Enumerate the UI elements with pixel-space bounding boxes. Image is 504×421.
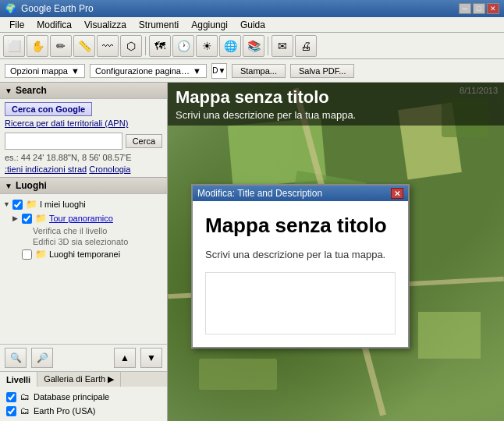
tree-item-label: Earth Pro (USA) (34, 406, 95, 416)
tree-item-label: Verifica che il livello (33, 226, 107, 235)
toolbar: ⬜ ✋ ✏ 📏 〰 ⬡ 🗺 🕐 ☀ 🌐 📚 ✉ 🖨 (0, 33, 504, 59)
tree-item-label: Tour panoramico (49, 214, 113, 223)
bottom-controls: 🔍 🔎 ▲ ▼ (0, 344, 167, 371)
luoghi-label: Luoghi (16, 180, 47, 191)
db-checkbox[interactable] (6, 392, 16, 402)
move-up-btn[interactable]: ▲ (114, 348, 136, 368)
tab-livelli[interactable]: Livelli (0, 372, 37, 387)
toolbar-sep2 (268, 37, 268, 55)
dialog-content: Mappa senza titolo Scrivi una descrizion… (193, 201, 408, 347)
search-input[interactable] (5, 133, 122, 150)
tour-icon: 📁 (34, 212, 47, 225)
list-item[interactable]: 📁 Luoghi temporanei (2, 247, 165, 261)
sun-btn[interactable]: ☀ (196, 35, 218, 57)
zoom-out-btn[interactable]: 🔎 (31, 348, 53, 368)
dialog-empty-area (205, 272, 396, 334)
google-search-btn[interactable]: Cerca con Google (5, 102, 92, 116)
tabs-bar: Livelli Galleria di Earth ▶ (0, 371, 167, 387)
menu-aggiungi[interactable]: Aggiungi (185, 18, 234, 32)
dialog-map-title: Mappa senza titolo (205, 214, 396, 238)
terrain-patch2 (199, 359, 277, 390)
maximize-btn[interactable]: □ (473, 3, 485, 14)
left-panel: ▼ Search Cerca con Google Ricerca per da… (0, 83, 168, 421)
tree-item-label: Edifici 3D sia selezionato (33, 237, 128, 246)
history-btn[interactable]: 🕐 (172, 35, 194, 57)
action-bar: Opzioni mappa ▼ Configurazione pagina… ▼… (0, 59, 504, 83)
edit-dialog: Modifica: Title and Description ✕ Mappa … (191, 184, 410, 348)
overlay-btn[interactable]: 🗺 (149, 35, 171, 57)
path-btn[interactable]: 〰 (97, 35, 119, 57)
main-layout: ▼ Search Cerca con Google Ricerca per da… (0, 83, 504, 421)
tree-checkbox[interactable] (22, 214, 32, 224)
earth-icon: 🗂 (19, 405, 31, 417)
dialog-titlebar: Modifica: Title and Description ✕ (193, 186, 408, 201)
map-mode-btn[interactable]: ⬜ (3, 35, 25, 57)
map-overlay-top: Mappa senza titolo Scrivi una descrizion… (168, 83, 504, 126)
config-dropdown-arrow: ▼ (193, 66, 201, 76)
list-item[interactable]: 🗂 Database principale (5, 390, 162, 404)
map-subtitle-overlay: Scrivi una descrizione per la tua mappa. (176, 109, 496, 121)
zoom-in-btn[interactable]: 🔍 (5, 348, 27, 368)
window-controls: ─ □ ✕ (459, 3, 499, 14)
layers-btn[interactable]: 📚 (243, 35, 264, 57)
tree-collapse-icon: ▼ (3, 200, 12, 208)
apn-link[interactable]: Ricerca per dati territoriali (APN) (5, 119, 162, 128)
app-icon: 🌍 (5, 3, 16, 14)
draw-btn[interactable]: ✏ (50, 35, 72, 57)
map-title-overlay: Mappa senza titolo (176, 87, 496, 108)
print-btn[interactable]: Stampa... (232, 64, 286, 78)
measure-btn[interactable]: 📏 (73, 35, 95, 57)
close-btn[interactable]: ✕ (487, 3, 499, 14)
terrain-patch3 (418, 312, 481, 359)
tab-galleria[interactable]: Galleria di Earth ▶ (37, 372, 121, 387)
search-go-btn[interactable]: Cerca (126, 134, 162, 148)
dialog-close-btn[interactable]: ✕ (391, 188, 403, 199)
folder2-icon: 📁 (34, 248, 47, 260)
menu-visualizza[interactable]: Visualizza (78, 18, 133, 32)
list-item[interactable]: Verifica che il livello (2, 225, 165, 236)
map-background: 8/11/2013 Mappa senza titolo Scrivi una … (168, 83, 504, 421)
map-area[interactable]: 8/11/2013 Mappa senza titolo Scrivi una … (168, 83, 504, 421)
polygon-btn[interactable]: ⬡ (120, 35, 142, 57)
menu-modifica[interactable]: Modifica (30, 18, 78, 32)
list-item[interactable]: 🗂 Earth Pro (USA) (5, 404, 162, 418)
folder-icon: 📁 (25, 198, 37, 210)
title-bar: 🌍 Google Earth Pro ─ □ ✕ (0, 0, 504, 17)
tree-expand-icon: ▶ (12, 214, 22, 222)
config-extra-btn[interactable]: D▼ (211, 63, 227, 79)
luoghi-content: ▼ 📁 I miei luoghi ▶ 📁 Tour panoramico Ve… (0, 194, 167, 344)
minimize-btn[interactable]: ─ (459, 3, 471, 14)
search-options: :tieni indicazioni strad Cronologia (5, 165, 162, 174)
search-section: ▼ Search Cerca con Google Ricerca per da… (0, 83, 167, 178)
menu-file[interactable]: File (3, 18, 30, 32)
luoghi-arrow-icon: ▼ (5, 182, 12, 190)
list-item[interactable]: ▶ 📁 Tour panoramico (2, 211, 165, 225)
globe-btn[interactable]: 🌐 (219, 35, 241, 57)
menu-guida[interactable]: Guida (234, 18, 272, 32)
print-btn[interactable]: 🖨 (295, 35, 317, 57)
list-item[interactable]: Edifici 3D sia selezionato (2, 236, 165, 247)
dialog-title-label: Modifica: Title and Description (197, 188, 322, 199)
cronologia-link[interactable]: Cronologia (89, 165, 130, 174)
list-item[interactable]: ▼ 📁 I miei luoghi (2, 197, 165, 211)
hand-tool-btn[interactable]: ✋ (27, 35, 48, 57)
search-arrow-icon: ▼ (5, 87, 12, 95)
save-pdf-btn[interactable]: Salva PDF... (290, 64, 355, 78)
luoghi-header[interactable]: ▼ Luoghi (0, 178, 167, 194)
tree-checkbox[interactable] (12, 200, 23, 210)
tree-item-label: Luoghi temporanei (49, 249, 120, 259)
menu-strumenti[interactable]: Strumenti (133, 18, 185, 32)
toolbar-sep1 (145, 37, 146, 55)
move-down-btn[interactable]: ▼ (140, 348, 162, 368)
tree-checkbox[interactable] (22, 249, 32, 260)
db-icon: 🗂 (19, 391, 31, 403)
layers-content: 🗂 Database principale 🗂 Earth Pro (USA) (0, 387, 167, 421)
earth-checkbox[interactable] (6, 406, 16, 416)
email-btn[interactable]: ✉ (272, 35, 293, 57)
title-bar-text: Google Earth Pro (21, 3, 94, 14)
luoghi-section: ▼ Luoghi ▼ 📁 I miei luoghi ▶ 📁 Tour pano… (0, 178, 167, 371)
search-hint: es.: 44 24' 18.88"N, 8 56' 08.57'E (5, 153, 162, 162)
map-options-dropdown[interactable]: Opzioni mappa ▼ (5, 64, 85, 78)
config-dropdown[interactable]: Configurazione pagina… ▼ (90, 64, 207, 78)
search-header[interactable]: ▼ Search (0, 83, 167, 99)
